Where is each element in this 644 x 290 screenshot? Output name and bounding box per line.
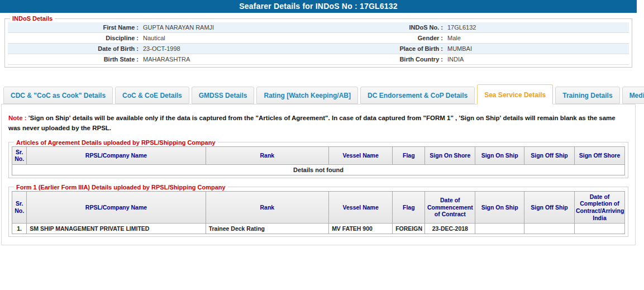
col-rank: Rank [206, 191, 328, 223]
sea-service-panel: Note : 'Sign on Ship' details will be av… [1, 104, 636, 245]
first-name-value: GUPTA NARAYAN RAMJI [142, 24, 326, 31]
col-rpsl-company: RPSL/Company Name [27, 191, 206, 223]
col-sign-on-shore: Sign On Shore [425, 146, 475, 164]
indos-no-label: INDoS No. : [326, 24, 446, 31]
cell-sr-no: 1. [12, 224, 27, 234]
dob-value: 23-OCT-1998 [142, 45, 326, 52]
tab-training[interactable]: Training Details [555, 87, 619, 104]
details-tabstrip: CDC & "CoC as Cook" Details CoC & CoE De… [0, 84, 637, 104]
articles-of-agreement-table: Sr. No. RPSL/Company Name Rank Vessel Na… [12, 146, 625, 175]
articles-of-agreement-fieldset: Articles of Agreement Details uploaded b… [8, 139, 628, 178]
form1-fieldset: Form 1 (Earlier Form IIIA) Details uploa… [8, 184, 628, 237]
col-sign-on-ship: Sign On Ship [475, 191, 524, 223]
indos-row-discipline: Discipline : Nautical Gender : Male [8, 33, 629, 44]
indos-details-legend: INDoS Details [10, 15, 55, 22]
dob-label: Date of Birth : [8, 45, 142, 52]
place-of-birth-value: MUMBAI [446, 45, 629, 52]
tab-medical-fitness[interactable]: Medical Fitness Certificate [622, 87, 644, 104]
col-sign-off-shore: Sign Off Shore [575, 146, 625, 164]
note-prefix: Note : [8, 115, 27, 121]
birth-state-label: Birth State : [8, 56, 142, 63]
details-not-found-message: Details not found [12, 164, 625, 175]
discipline-label: Discipline : [8, 35, 142, 41]
col-flag: Flag [393, 146, 425, 164]
col-sign-on-ship: Sign On Ship [475, 146, 524, 164]
birth-state-value: MAHARASHTRA [142, 56, 326, 63]
form1-data-row: 1. SM SHIP MANAGEMENT PRIVATE LIMITED Tr… [12, 224, 625, 234]
first-name-label: First Name : [8, 24, 142, 31]
col-flag: Flag [393, 191, 425, 223]
col-sr-no: Sr. No. [12, 191, 27, 223]
tab-coc-coe[interactable]: CoC & CoE Details [115, 87, 189, 104]
articles-of-agreement-legend: Articles of Agreement Details uploaded b… [14, 139, 218, 146]
cell-sign-off-ship [524, 224, 575, 234]
cell-vessel: MV FATEH 900 [329, 224, 393, 234]
col-sign-off-ship: Sign Off Ship [524, 191, 575, 223]
indos-details-fieldset: INDoS Details First Name : GUPTA NARAYAN… [4, 15, 632, 68]
form1-header-row: Sr. No. RPSL/Company Name Rank Vessel Na… [12, 191, 625, 223]
gender-label: Gender : [326, 35, 446, 41]
col-vessel-name: Vessel Name [329, 146, 393, 164]
cell-rank: Trainee Deck Rating [206, 224, 328, 234]
indos-row-name: First Name : GUPTA NARAYAN RAMJI INDoS N… [8, 22, 629, 33]
tab-rating-watch-keeping[interactable]: Rating [Watch Keeping/AB] [256, 87, 358, 104]
cell-commencement-date: 23-DEC-2018 [425, 224, 475, 234]
page-title: Seafarer Details for INDoS No : 17GL6132 [0, 0, 637, 13]
cell-completion-date [575, 224, 625, 234]
form1-table: Sr. No. RPSL/Company Name Rank Vessel Na… [12, 191, 625, 234]
place-of-birth-label: Place of Birth : [326, 45, 446, 52]
indos-row-birth: Date of Birth : 23-OCT-1998 Place of Bir… [8, 44, 629, 54]
tab-cdc-coc-as-cook[interactable]: CDC & "CoC as Cook" Details [3, 87, 113, 104]
form1-legend: Form 1 (Earlier Form IIIA) Details uploa… [14, 184, 228, 191]
cell-flag: FOREIGN [393, 224, 425, 234]
col-rank: Rank [206, 146, 328, 164]
note-text: 'Sign on Ship' details will be available… [8, 115, 616, 131]
indos-no-value: 17GL6132 [446, 24, 629, 31]
cell-company: SM SHIP MANAGEMENT PRIVATE LIMITED [27, 224, 206, 234]
gender-value: Male [446, 35, 629, 41]
birth-country-value: INDIA [446, 56, 629, 63]
tab-dc-endorsement-cop[interactable]: DC Endorsement & CoP Details [360, 87, 475, 104]
cell-sign-on-ship [475, 224, 524, 234]
col-completion-date: Date of Completion of Contract/Arriving … [575, 191, 625, 223]
col-rpsl-company: RPSL/Company Name [27, 146, 206, 164]
col-vessel-name: Vessel Name [329, 191, 393, 223]
seafarer-details-page: Seafarer Details for INDoS No : 17GL6132… [0, 0, 637, 245]
col-sign-off-ship: Sign Off Ship [524, 146, 575, 164]
col-sr-no: Sr. No. [12, 146, 27, 164]
articles-header-row: Sr. No. RPSL/Company Name Rank Vessel Na… [12, 146, 625, 164]
birth-country-label: Birth Country : [326, 56, 446, 63]
tab-sea-service[interactable]: Sea Service Details [477, 84, 553, 104]
articles-empty-row: Details not found [12, 164, 625, 175]
sign-on-ship-note: Note : 'Sign on Ship' details will be av… [8, 113, 628, 134]
discipline-value: Nautical [142, 35, 326, 41]
col-commencement-date: Date of Commencement of Contract [425, 191, 475, 223]
tab-gmdss[interactable]: GMDSS Details [192, 87, 255, 104]
indos-row-state: Birth State : MAHARASHTRA Birth Country … [8, 54, 629, 65]
